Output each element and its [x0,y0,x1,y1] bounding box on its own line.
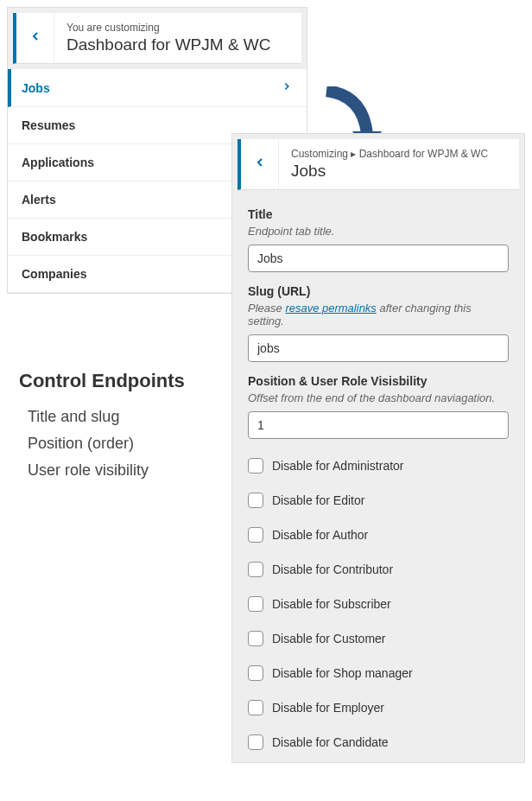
field-desc-title: Endpoint tab title. [248,225,509,238]
chevron-right-icon [281,80,293,95]
header-subtitle: You are customizing [66,22,289,34]
menu-item-label: Companies [22,267,86,281]
header-text: You are customizing Dashboard for WPJM &… [54,13,301,63]
role-checkbox[interactable] [248,665,263,681]
menu-item-jobs[interactable]: Jobs [8,69,307,107]
info-line: User role visibility [28,461,185,480]
role-checkbox[interactable] [248,596,263,612]
panel-header: Customizing ▸ Dashboard for WPJM & WC Jo… [238,139,519,190]
role-label[interactable]: Disable for Shop manager [272,666,413,680]
menu-item-label: Applications [22,156,94,169]
role-label[interactable]: Disable for Subscriber [272,597,391,611]
role-checkbox-row: Disable for Author [248,527,509,543]
role-checkbox[interactable] [248,734,263,750]
role-label[interactable]: Disable for Contributor [272,563,393,576]
role-label[interactable]: Disable for Author [272,528,368,542]
role-checkbox-row: Disable for Subscriber [248,596,509,612]
field-desc-slug: Please resave permalinks after changing … [248,302,509,327]
header-text: Customizing ▸ Dashboard for WPJM & WC Jo… [279,139,519,189]
role-label[interactable]: Disable for Editor [272,493,364,507]
info-line: Position (order) [28,435,185,453]
role-label[interactable]: Disable for Candidate [272,735,389,749]
menu-item-label: Resumes [22,118,75,132]
role-checkbox[interactable] [248,631,263,646]
form-section: Title Endpoint tab title. Slug (URL) Ple… [232,195,524,762]
role-checkbox-row: Disable for Shop manager [248,665,509,681]
back-button[interactable] [16,13,54,63]
role-checkbox-row: Disable for Administrator [248,458,509,474]
menu-item-label: Alerts [22,193,56,207]
chevron-left-icon [28,29,42,47]
role-checkbox[interactable] [248,562,263,577]
header-title: Dashboard for WPJM & WC [66,35,289,54]
back-button[interactable] [241,139,279,189]
role-label[interactable]: Disable for Administrator [272,459,404,473]
chevron-left-icon [253,156,267,173]
info-section: Control Endpoints Title and slugPosition… [19,370,185,488]
info-title: Control Endpoints [19,370,185,392]
field-label-title: Title [248,207,509,221]
field-desc-position: Offset from the end of the dashboard nav… [248,391,509,404]
header-breadcrumb: Customizing ▸ Dashboard for WPJM & WC [291,148,507,160]
menu-item-label: Jobs [22,81,50,95]
role-checkbox[interactable] [248,527,263,543]
role-checkbox[interactable] [248,458,263,474]
role-checkbox-row: Disable for Editor [248,493,509,508]
role-checkbox-row: Disable for Customer [248,631,509,646]
field-label-position: Position & User Role Visisbility [248,374,509,388]
position-input[interactable] [248,411,509,439]
field-label-slug: Slug (URL) [248,284,509,298]
role-checkbox-row: Disable for Contributor [248,562,509,577]
role-checkbox[interactable] [248,700,263,715]
role-checkbox-row: Disable for Employer [248,700,509,715]
role-label[interactable]: Disable for Employer [272,701,384,715]
role-label[interactable]: Disable for Customer [272,632,386,645]
role-checkbox-row: Disable for Candidate [248,734,509,750]
menu-item-label: Bookmarks [22,230,87,244]
resave-permalinks-link[interactable]: resave permalinks [285,302,377,315]
role-checkbox[interactable] [248,493,263,508]
panel-header: You are customizing Dashboard for WPJM &… [13,13,301,64]
title-input[interactable] [248,245,509,272]
slug-input[interactable] [248,334,509,362]
header-title: Jobs [291,162,507,181]
info-line: Title and slug [28,408,185,426]
customizer-panel-detail: Customizing ▸ Dashboard for WPJM & WC Jo… [231,133,525,763]
